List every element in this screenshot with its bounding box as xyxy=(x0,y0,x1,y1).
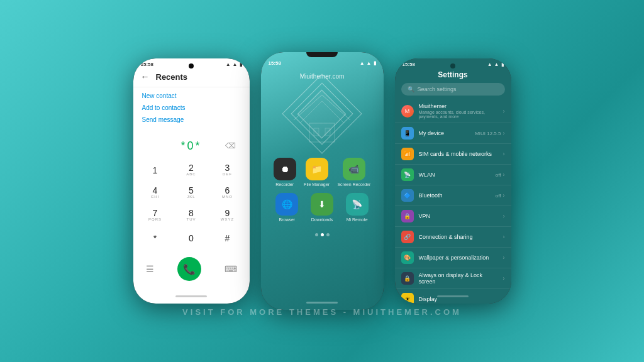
wifi-icon-r: ▲ xyxy=(494,62,499,67)
svg-rect-4 xyxy=(309,123,335,142)
status-icons-center: ▲ ▲ ▮ xyxy=(360,60,376,66)
page-dots xyxy=(261,228,384,241)
status-time-right: 15:58 xyxy=(402,62,415,67)
settings-item-wallpaper[interactable]: 🎨 Wallpaper & personalization › xyxy=(395,248,511,268)
signal-icon-c: ▲ xyxy=(360,60,365,66)
downloads-icon: ⬇ xyxy=(311,193,333,216)
chevron-icon-9: › xyxy=(503,275,505,282)
contacts-icon[interactable]: ⌨ xyxy=(225,264,237,274)
status-bar-center: 15:58 ▲ ▲ ▮ xyxy=(261,57,384,68)
account-title: Miuithemer xyxy=(419,103,498,109)
camera-punch-hole-right xyxy=(450,63,455,69)
home-indicator-center xyxy=(306,302,338,304)
key-9[interactable]: 9WXYZ xyxy=(216,206,240,226)
battery-icon-r: ▮ xyxy=(501,62,504,67)
key-hash[interactable]: # xyxy=(216,228,240,248)
wifi-icon: ▲ xyxy=(233,62,238,67)
signal-icon-r: ▲ xyxy=(487,62,492,67)
key-7[interactable]: 7PQRS xyxy=(143,206,167,226)
key-star[interactable]: * xyxy=(143,228,167,248)
wlan-title: WLAN xyxy=(419,172,491,178)
settings-item-bluetooth[interactable]: 🔷 Bluetooth off › xyxy=(395,185,511,206)
app-mi-remote[interactable]: 📡 Mi Remote xyxy=(346,193,369,222)
settings-item-vpn[interactable]: 🔒 VPN › xyxy=(395,206,511,227)
settings-item-wlan[interactable]: 📡 WLAN off › xyxy=(395,165,511,185)
settings-title: Settings xyxy=(395,69,511,83)
chevron-icon-7: › xyxy=(503,234,505,240)
svg-line-0 xyxy=(294,95,322,120)
chevron-icon-6: › xyxy=(503,213,505,219)
bluetooth-status: off xyxy=(496,193,501,199)
settings-item-aod[interactable]: 🔒 Always on display & Lock screen › xyxy=(395,268,511,289)
sim-icon: 📶 xyxy=(401,148,414,160)
bluetooth-right: off › xyxy=(496,192,505,199)
key-3[interactable]: 3DEF xyxy=(216,160,240,180)
send-message-action[interactable]: Send message xyxy=(142,116,241,123)
recents-icon[interactable]: ☰ xyxy=(146,264,154,274)
dot-3 xyxy=(326,233,330,236)
key-4[interactable]: 4GHI xyxy=(143,183,167,203)
call-button[interactable]: 📞 xyxy=(177,257,201,281)
downloads-label: Downloads xyxy=(311,217,333,222)
back-button[interactable]: ← xyxy=(141,72,150,82)
key-5[interactable]: 5JKL xyxy=(179,183,203,203)
home-illustration xyxy=(261,82,384,158)
keypad-row-1: 1 2ABC 3DEF xyxy=(143,160,240,180)
wallpaper-icon: 🎨 xyxy=(401,251,414,264)
key-0[interactable]: 0 xyxy=(179,228,203,248)
screen-recorder-label: Screen Recorder xyxy=(337,182,370,187)
settings-list: M Miuithemer Manage accounts, cloud serv… xyxy=(395,99,511,304)
settings-item-connection[interactable]: 🔗 Connection & sharing › xyxy=(395,227,511,248)
app-recorder[interactable]: ⏺ Recorder xyxy=(274,158,296,187)
dialer-display: *0* xyxy=(180,136,201,155)
bluetooth-icon: 🔷 xyxy=(401,189,414,202)
status-time-left: 15:58 xyxy=(141,62,153,67)
app-browser[interactable]: 🌐 Browser xyxy=(275,193,298,222)
settings-item-account[interactable]: M Miuithemer Manage accounts, cloud serv… xyxy=(395,99,511,123)
key-2[interactable]: 2ABC xyxy=(179,160,203,180)
new-contact-action[interactable]: New contact xyxy=(142,92,241,99)
key-1[interactable]: 1 xyxy=(143,160,167,180)
dialer-bottom: ☰ 📞 ⌨ xyxy=(133,253,250,283)
status-icons-right: ▲ ▲ ▮ xyxy=(487,62,504,67)
chevron-icon: › xyxy=(503,108,505,114)
app-screen-recorder[interactable]: 📹 Screen Recorder xyxy=(337,158,370,187)
recorder-label: Recorder xyxy=(275,182,294,187)
recents-header: ← Recents xyxy=(133,69,250,87)
vpn-icon: 🔒 xyxy=(401,210,414,222)
app-file-manager[interactable]: 📁 File Manager xyxy=(304,158,330,187)
account-subtitle: Manage accounts, cloud services, payment… xyxy=(419,110,498,119)
add-to-contacts-action[interactable]: Add to contacts xyxy=(142,104,241,111)
app-downloads[interactable]: ⬇ Downloads xyxy=(311,193,333,222)
browser-label: Browser xyxy=(279,217,295,222)
settings-search-bar[interactable]: 🔍 Search settings xyxy=(401,83,505,96)
aod-icon: 🔒 xyxy=(401,272,414,285)
wlan-content: WLAN xyxy=(419,172,491,178)
connection-title: Connection & sharing xyxy=(419,234,498,240)
keypad-row-4: * 0 # xyxy=(143,228,240,248)
dot-1 xyxy=(315,233,318,236)
vpn-title: VPN xyxy=(419,213,498,219)
battery-icon: ▮ xyxy=(240,62,242,67)
chevron-icon-2: › xyxy=(503,130,505,136)
geo-shapes xyxy=(278,85,366,155)
settings-item-device[interactable]: 📱 My device MIUI 12.5.5 › xyxy=(395,123,511,144)
phone-center: 15:58 ▲ ▲ ▮ Miuithemer.com xyxy=(261,52,384,310)
status-time-center: 15:58 xyxy=(269,60,281,66)
key-8[interactable]: 8TUV xyxy=(179,206,203,226)
home-screen: 15:58 ▲ ▲ ▮ Miuithemer.com xyxy=(261,52,384,310)
wlan-icon: 📡 xyxy=(401,168,414,181)
chevron-icon-5: › xyxy=(503,192,505,199)
screen-recorder-icon: 📹 xyxy=(343,158,365,180)
keypad: 1 2ABC 3DEF 4GHI 5JKL 6MNO 7PQRS 8TUV 9W… xyxy=(133,158,250,253)
account-avatar: M xyxy=(401,105,414,118)
settings-item-sim[interactable]: 📶 SIM cards & mobile networks › xyxy=(395,144,511,165)
key-6[interactable]: 6MNO xyxy=(216,183,240,203)
chevron-icon-3: › xyxy=(503,151,505,157)
backspace-button[interactable]: ⌫ xyxy=(225,141,236,150)
home-indicator-right xyxy=(437,295,469,297)
miui-version: MIUI 12.5.5 xyxy=(475,131,501,136)
sim-title: SIM cards & mobile networks xyxy=(419,151,498,157)
chevron-icon-4: › xyxy=(503,172,505,178)
chevron-icon-8: › xyxy=(503,255,505,261)
